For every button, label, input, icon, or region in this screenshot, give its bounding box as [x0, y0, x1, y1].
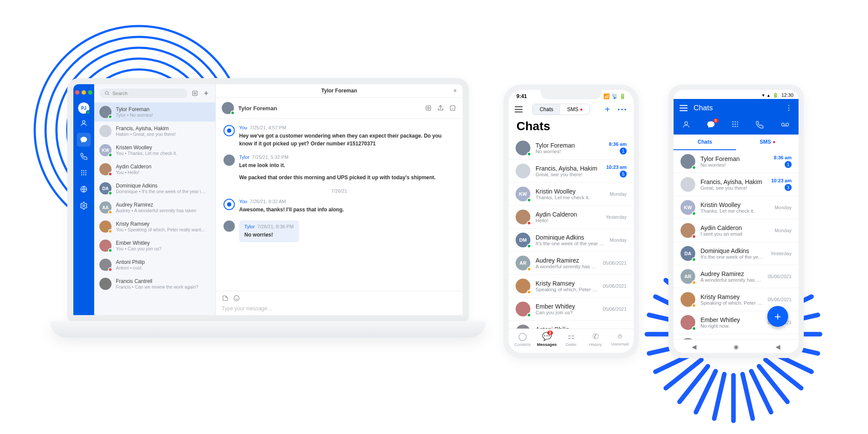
nav-contacts-icon[interactable]	[77, 116, 91, 130]
chat-info-icon[interactable]	[449, 104, 457, 112]
tab-history[interactable]: ✆History	[583, 332, 608, 347]
tab-sms[interactable]: SMS	[560, 104, 589, 115]
tab-dialer[interactable]: ⚏Dialer	[559, 332, 583, 347]
tab-messages[interactable]: 💬2Messages	[535, 332, 559, 347]
search-input[interactable]: Search	[99, 89, 187, 98]
chat-list-item[interactable]: Francis CantrellFrancis • Can we review …	[94, 274, 215, 293]
chat-archive-icon[interactable]	[424, 104, 432, 112]
attach-icon[interactable]	[222, 295, 229, 303]
chat-list-item[interactable]: Kristy RamseyYou • Speaking of which, Pe…	[94, 217, 215, 236]
message-avatar	[224, 199, 235, 210]
chat-row[interactable]: DADominique AdkinsIt's the one week of t…	[674, 242, 799, 265]
chat-row[interactable]: Francis, Ayisha, HakimGreat, see you the…	[674, 173, 799, 196]
chat-row[interactable]: ARAudrey RamirezA wonderful serenity has…	[674, 265, 799, 288]
chat-item-name: Audrey Ramirez	[116, 202, 196, 208]
filter-icon[interactable]	[191, 89, 199, 97]
chat-row[interactable]: Francis, Ayisha, HakimGreat, see you the…	[509, 160, 634, 183]
message: You7/25/21, 4:57 PMHey we've got a custo…	[224, 125, 455, 148]
svg-point-44	[83, 174, 85, 175]
nav-contacts-icon[interactable]	[682, 120, 690, 131]
chat-item-name: Kristy Ramsey	[116, 221, 207, 227]
tab-chats[interactable]: Chats	[533, 104, 560, 115]
menu-icon[interactable]	[680, 105, 687, 111]
chat-list-item[interactable]: Ember WhitleyYou • Can you join us?	[94, 236, 215, 255]
chat-row[interactable]: Aydin CalderonI sent you an emailMonday	[674, 219, 799, 242]
chat-row[interactable]: Antoni Philipcool.05/06/2021	[509, 321, 634, 329]
chat-item-name: Kristen Woolley	[116, 145, 177, 151]
compose-icon[interactable]: +	[605, 105, 610, 115]
tab-segment[interactable]: Chats SMS	[532, 104, 589, 115]
chat-preview: Speaking of which. Peter really wants to…	[700, 300, 763, 306]
composer-input[interactable]: Type your message...	[222, 306, 457, 312]
nav-messages-icon[interactable]	[77, 133, 91, 147]
chat-share-icon[interactable]	[437, 104, 444, 112]
chat-preview: Great, see you there!	[536, 172, 601, 177]
menu-icon[interactable]	[515, 106, 523, 112]
chat-list-item[interactable]: KWKristen WoolleyYou • Thanks, Let me ch…	[94, 141, 215, 160]
new-chat-icon[interactable]: +	[202, 89, 210, 97]
subtab-sms[interactable]: SMS	[736, 135, 799, 150]
chat-row[interactable]: Tylor ForemanNo worries!8:36 am1	[674, 150, 799, 173]
avatar	[99, 278, 112, 290]
chat-preview: Speaking of which, Peter really want...	[536, 287, 598, 292]
chat-preview: Hello!	[536, 218, 600, 223]
recents-key[interactable]: ◀	[776, 343, 780, 350]
close-icon[interactable]: ×	[454, 88, 457, 94]
chat-row[interactable]: ARAudrey RamirezA wonderful serenity has…	[509, 252, 634, 275]
svg-point-66	[786, 123, 789, 126]
sub-tabs: Chats SMS	[674, 135, 799, 150]
nav-globe-icon[interactable]	[77, 182, 91, 196]
chat-icon: 💬2	[535, 332, 559, 341]
tab-voicemail[interactable]: ⌾Voicemail	[608, 332, 632, 347]
chat-time: 05/06/2021	[768, 297, 792, 302]
chat-time: 8:36 am	[609, 141, 627, 147]
nav-settings-icon[interactable]	[77, 199, 91, 213]
chat-row[interactable]: Kristy RamseySpeaking of which, Peter re…	[509, 275, 634, 298]
chat-row[interactable]: Tylor ForemanNo worries!8:36 am1	[509, 137, 634, 160]
window-controls[interactable]	[75, 88, 92, 100]
back-key[interactable]: ◀	[692, 343, 697, 350]
dial-icon: ⚏	[559, 332, 583, 341]
message: Tylor7/26/21, 8:36 PMNo worries!	[224, 220, 455, 242]
unread-badge: 5	[620, 171, 627, 178]
chat-row[interactable]: Aydin CalderonHello!Yesterday	[509, 206, 634, 229]
avatar: AA	[99, 201, 112, 214]
nav-messages-icon[interactable]: 5	[707, 120, 715, 131]
nav-dialpad-icon[interactable]	[731, 120, 739, 131]
chat-list-item[interactable]: AAAudrey RamirezAudrey • A wonderful ser…	[94, 198, 215, 217]
chat-list-item[interactable]: Aydin CalderonYou • Hello!	[94, 160, 215, 179]
more-icon[interactable]: •••	[618, 106, 628, 113]
message-body: Let me look into it.	[239, 161, 436, 169]
nav-history-icon[interactable]	[755, 120, 764, 131]
overflow-icon[interactable]: ⋮	[785, 103, 792, 112]
chat-row[interactable]: Ember WhitleyCan you join us?05/06/2021	[509, 298, 634, 321]
chat-row[interactable]: Antoni Philipcool.05/06/2021	[674, 334, 799, 339]
avatar	[99, 259, 112, 271]
profile-badge[interactable]: PJ	[78, 102, 89, 114]
chat-preview: No worries!	[536, 149, 604, 154]
fab-compose[interactable]: +	[767, 306, 788, 327]
app-bar: Chats ⋮ 5	[674, 99, 799, 135]
message-avatar	[224, 125, 235, 136]
chat-list-item[interactable]: Francis, Ayisha, HakimHakim • Great, see…	[94, 122, 215, 141]
avatar	[99, 106, 112, 118]
message: Tylor7/25/21, 5:32 PMLet me look into it…	[224, 155, 455, 181]
chat-list-item[interactable]: DADominique AdkinsDominique • It's the o…	[94, 179, 215, 198]
subtab-chats[interactable]: Chats	[674, 135, 736, 150]
chat-row[interactable]: DMDominique AdkinsIt's the one week of t…	[509, 229, 634, 252]
chat-list-item[interactable]: Tylor ForemanTylor • No worries!	[94, 102, 215, 122]
avatar	[516, 210, 530, 224]
chat-time: Monday	[610, 191, 627, 197]
nav-dialpad-icon[interactable]	[77, 166, 91, 180]
chat-time: 05/06/2021	[603, 260, 627, 266]
emoji-icon[interactable]	[233, 295, 240, 303]
home-key[interactable]: ◉	[733, 343, 739, 350]
chat-name: Kristy Ramsey	[700, 293, 763, 300]
chat-row[interactable]: KWKristin WoolleyThanks, Let me check it…	[674, 196, 799, 219]
chat-list-item[interactable]: Antoni PhilipAntoni • cool.	[94, 255, 215, 274]
svg-point-41	[83, 172, 85, 174]
chat-row[interactable]: KWKristin WoolleyThanks, Let me check it…	[509, 183, 634, 206]
tab-contacts[interactable]: ◯Contacts	[510, 332, 535, 347]
nav-voicemail-icon[interactable]	[780, 120, 790, 131]
nav-call-icon[interactable]	[77, 149, 91, 163]
